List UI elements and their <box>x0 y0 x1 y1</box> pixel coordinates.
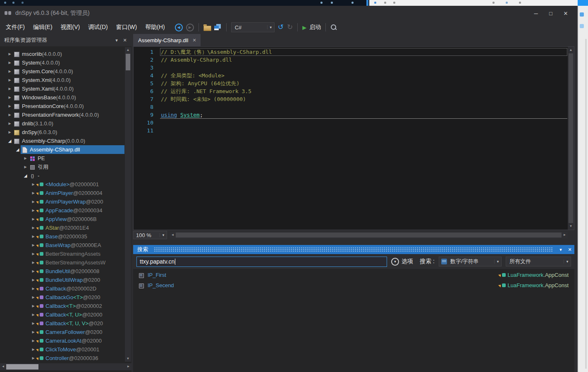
expand-arrow-icon[interactable]: ▶ <box>7 61 13 65</box>
expand-arrow-icon[interactable]: ▶ <box>7 87 13 91</box>
tree-item[interactable]: ▶<Module> @02000001 <box>0 180 124 189</box>
tree-item[interactable]: ▶ClickToMove @020001 <box>0 345 124 354</box>
tree-item[interactable]: ▶System (4.0.0.0) <box>0 58 124 67</box>
search-result-row[interactable]: IP_FirstLuaFramework.AppConst <box>133 270 574 280</box>
search-type-combobox[interactable]: 数字/字符串 ▾ <box>439 257 502 266</box>
expand-arrow-icon[interactable]: ▶ <box>30 243 36 247</box>
code-line[interactable]: 4// 全局类型: <Module> <box>134 72 567 79</box>
tree-item[interactable]: ▶BundleUtil @02000008 <box>0 267 124 276</box>
tree-item[interactable]: ▶Callback<T> @0200002 <box>0 302 124 310</box>
tree-item[interactable]: ▶WindowsBase (4.0.0.0) <box>0 93 124 102</box>
collapse-arrow-icon[interactable]: ◢ <box>7 139 13 143</box>
expand-arrow-icon[interactable]: ▶ <box>7 52 13 56</box>
expand-arrow-icon[interactable]: ▶ <box>30 313 36 317</box>
zoom-combobox[interactable]: 100 % ▾ <box>133 231 167 239</box>
close-button[interactable]: ✕ <box>558 8 573 19</box>
scroll-up-icon[interactable]: ▲ <box>568 47 574 53</box>
tree-item[interactable]: ▶CameraLookAt @02000 <box>0 336 124 345</box>
scrollbar-thumb[interactable] <box>126 54 130 70</box>
tree-item[interactable]: ▶BaseWrap @020000EA <box>0 241 124 250</box>
scroll-left-icon[interactable]: ◄ <box>170 232 176 238</box>
tree-item[interactable]: ▶BetterStreamingAssets <box>0 250 124 258</box>
expand-arrow-icon[interactable]: ▶ <box>30 330 36 334</box>
menu-item[interactable]: 编辑(E) <box>29 22 57 33</box>
search-panel-close-button[interactable]: ✕ <box>565 247 574 252</box>
collapse-arrow-icon[interactable]: ◢ <box>14 147 21 152</box>
code-editor[interactable]: 1// D:\魔龙（售）\Assembly-CSharp.dll2// Asse… <box>133 46 574 230</box>
scroll-left-icon[interactable]: ◄ <box>0 364 6 370</box>
expand-arrow-icon[interactable]: ▶ <box>7 122 13 125</box>
language-combobox[interactable]: C# ▾ <box>231 22 275 32</box>
expand-arrow-icon[interactable]: ▶ <box>30 252 36 256</box>
tree-item[interactable]: ◢Assembly-CSharp.dll <box>0 145 124 154</box>
tree-item[interactable]: ▶dnlib (3.1.0.0) <box>0 119 124 128</box>
tree-item[interactable]: ▶Controller @02000036 <box>0 354 124 362</box>
tree-item[interactable]: ▶AppFacade @02000034 <box>0 206 124 215</box>
tree-item[interactable]: ▶AnimPlayerWrap @0200 <box>0 197 124 206</box>
code-line[interactable]: 9using System; <box>134 111 567 119</box>
expand-arrow-icon[interactable]: ▶ <box>30 278 36 282</box>
tree-item[interactable]: ▶CallbackGo<T> @0200 <box>0 293 124 302</box>
expand-arrow-icon[interactable]: ▶ <box>30 182 36 186</box>
editor-horizontal-scrollbar[interactable]: ◄ ► <box>170 232 568 238</box>
search-input[interactable]: ttxy.papatv.cn <box>136 257 387 267</box>
code-line[interactable]: 7// 时间戳: <未知> (00000000) <box>134 95 567 103</box>
editor-vertical-scrollbar[interactable]: ▲ ▼ <box>568 47 574 230</box>
expand-arrow-icon[interactable]: ▶ <box>30 287 36 290</box>
expand-arrow-icon[interactable]: ▶ <box>30 226 36 230</box>
panel-menu-button[interactable]: ▾ <box>112 38 121 43</box>
undo-button[interactable]: ↺ <box>278 23 284 31</box>
maximize-button[interactable]: □ <box>543 8 558 19</box>
tree-item[interactable]: ▶CameraFollower @0200 <box>0 328 124 336</box>
tree-item[interactable]: ▶Callback<T, U> @02000 <box>0 310 124 319</box>
expand-arrow-icon[interactable]: ▶ <box>7 130 13 134</box>
open-file-button[interactable] <box>203 24 211 30</box>
tree-item[interactable]: ▶System.Xaml (4.0.0.0) <box>0 84 124 93</box>
tree-item[interactable]: ▶PE <box>0 154 124 163</box>
tree-item[interactable]: ◢Assembly-CSharp (0.0.0.0) <box>0 137 124 145</box>
expand-arrow-icon[interactable]: ▶ <box>7 113 13 117</box>
tree-item[interactable]: ▶BetterStreamingAssetsW <box>0 258 124 267</box>
tree-item[interactable]: ▶AnimPlayer @02000004 <box>0 189 124 197</box>
code-line[interactable]: 5// 架构: AnyCPU (64位优先) <box>134 79 567 87</box>
expand-arrow-icon[interactable]: ▶ <box>30 295 36 299</box>
menu-item[interactable]: 调试(D) <box>84 22 112 33</box>
scroll-right-icon[interactable]: ► <box>562 232 568 238</box>
scrollbar-thumb[interactable] <box>176 233 562 238</box>
scroll-down-icon[interactable]: ▼ <box>568 223 574 229</box>
collapse-arrow-icon[interactable]: ◢ <box>22 173 29 178</box>
expand-arrow-icon[interactable]: ▶ <box>30 209 36 212</box>
code-line[interactable]: 2// Assembly-CSharp.dll <box>134 56 567 64</box>
scroll-down-icon[interactable]: ▼ <box>125 356 131 362</box>
tree-item[interactable]: ▶AStar @020001E4 <box>0 223 124 232</box>
tree-item[interactable]: ▶AppView @0200006B <box>0 215 124 223</box>
tree-item[interactable]: ▶System.Xml (4.0.0.0) <box>0 76 124 84</box>
code-token[interactable]: using <box>161 112 177 118</box>
tab-close-button[interactable]: ✕ <box>192 38 196 43</box>
file-filter-combobox[interactable]: 所有文件 ▾ <box>506 257 571 266</box>
menu-item[interactable]: 视图(V) <box>57 22 84 33</box>
tree-item[interactable]: ▶PresentationFramework (4.0.0.0) <box>0 110 124 119</box>
tree-item[interactable]: ▶Callback @0200002D <box>0 284 124 293</box>
tree-item[interactable]: ▶Base @02000035 <box>0 232 124 241</box>
document-tab[interactable]: Assembly-CSharp.dll ✕ <box>133 34 201 46</box>
expand-arrow-icon[interactable]: ▶ <box>7 104 13 108</box>
tree-item[interactable]: ▶mscorlib (4.0.0.0) <box>0 50 124 58</box>
expand-arrow-icon[interactable]: ▶ <box>30 348 36 351</box>
tree-item[interactable]: ▶BundleUtilWrap @0200 <box>0 276 124 284</box>
menu-item[interactable]: 窗口(W) <box>112 22 141 33</box>
expand-arrow-icon[interactable]: ▶ <box>22 165 29 169</box>
menu-item[interactable]: 帮助(H) <box>141 22 169 33</box>
forward-button[interactable]: ▶ <box>186 24 194 31</box>
expand-arrow-icon[interactable]: ▶ <box>7 78 13 82</box>
start-debug-button[interactable]: ▶ 启动 <box>302 24 321 31</box>
tree-item[interactable]: ▶引用 <box>0 163 124 171</box>
code-token[interactable]: System <box>180 112 200 118</box>
tree-horizontal-scrollbar[interactable]: ◄ ► <box>0 363 131 370</box>
minimize-button[interactable]: ─ <box>528 8 543 19</box>
expand-arrow-icon[interactable]: ▶ <box>30 235 36 238</box>
code-line[interactable]: 3 <box>134 64 567 72</box>
expand-arrow-icon[interactable]: ▶ <box>30 191 36 195</box>
tree-item[interactable]: ▶Callback<T, U, V> @020 <box>0 319 124 328</box>
code-line[interactable]: 6// 运行库: .NET Framework 3.5 <box>134 87 567 95</box>
